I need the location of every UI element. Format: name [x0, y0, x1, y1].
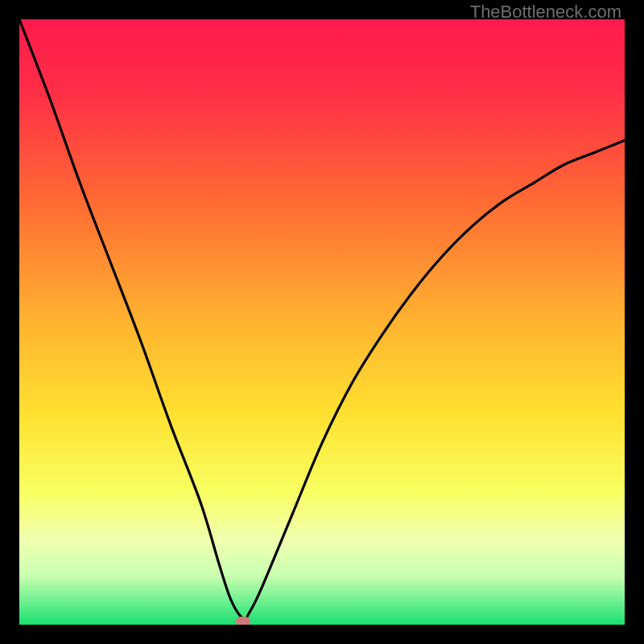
bottleneck-curve	[19, 19, 625, 625]
chart-frame: TheBottleneck.com	[0, 0, 644, 644]
watermark-label: TheBottleneck.com	[470, 2, 621, 23]
bottleneck-marker	[236, 617, 250, 625]
plot-area	[19, 19, 625, 625]
